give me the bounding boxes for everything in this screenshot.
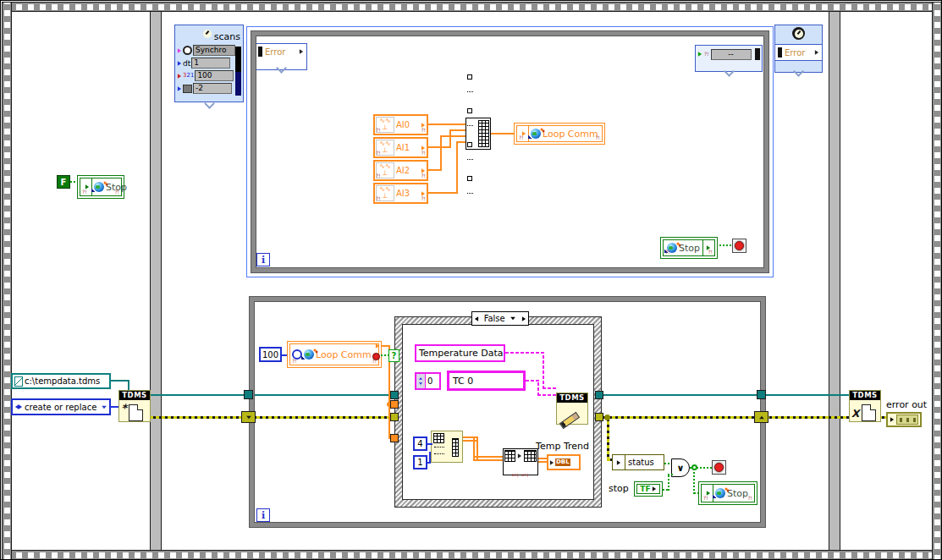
tdms-close-node[interactable]: TDMS bbox=[849, 390, 881, 422]
merge-signals-node[interactable] bbox=[465, 118, 491, 150]
stop-shared-variable-writer[interactable]: Stop ?! ?! bbox=[77, 175, 124, 199]
terminal-marks: ?! bbox=[82, 189, 87, 195]
case-tunnel-error-left[interactable] bbox=[390, 413, 399, 421]
next-case-icon[interactable] bbox=[522, 316, 526, 321]
dt-field[interactable]: 1 bbox=[191, 58, 230, 69]
trend-indicator-terminal[interactable]: DBL bbox=[547, 454, 581, 470]
wire-group-h2 bbox=[543, 387, 558, 389]
device-field[interactable]: -2 bbox=[193, 83, 232, 94]
tdms-open-header: TDMS bbox=[119, 391, 150, 400]
sequence-border-right bbox=[932, 2, 942, 560]
spinner-icon[interactable] bbox=[416, 374, 426, 388]
or-gate[interactable]: ∨ bbox=[671, 458, 690, 477]
channel-constant-ai3[interactable]: ?! ∿∿⊥ AI3 ?! bbox=[373, 183, 428, 204]
channel-index-constant[interactable]: 0 bbox=[415, 372, 441, 390]
error-cluster-chip bbox=[896, 415, 918, 425]
trend-indicator-label: Temp Trend bbox=[528, 441, 589, 452]
terminal-marks: ?! bbox=[747, 496, 752, 501]
case-selector-terminal[interactable]: ? bbox=[388, 349, 399, 362]
index-array-node[interactable] bbox=[503, 448, 538, 475]
device-arrow-icon bbox=[178, 86, 181, 91]
clock-error-node[interactable]: Error bbox=[774, 25, 823, 73]
sequence-frame-divider-1[interactable] bbox=[150, 12, 162, 550]
stop-shared-variable-reader-top[interactable]: Stop ?! ?! bbox=[660, 237, 718, 259]
expand-chevron-icon[interactable] bbox=[204, 98, 215, 109]
case-selector-label[interactable]: False bbox=[471, 311, 529, 326]
scan-count-field[interactable]: 100 bbox=[195, 70, 234, 81]
loop-comm-shared-variable-reader[interactable]: Loop Comm ?! ?! bbox=[287, 341, 382, 368]
timeout-display-node[interactable]: ?! -- bbox=[695, 45, 763, 72]
previous-case-icon[interactable] bbox=[475, 316, 478, 321]
channel-constant-ai2[interactable]: ?! ∿∿⊥ AI2 ?! bbox=[373, 160, 428, 181]
tdms-write-header: TDMS bbox=[557, 393, 587, 403]
channel-label: AI2 bbox=[396, 166, 419, 175]
case-tunnel-data-1[interactable] bbox=[390, 400, 399, 409]
file-path-constant[interactable]: c:\tempdata.tdms bbox=[11, 373, 111, 389]
error-out-indicator-terminal[interactable] bbox=[886, 412, 922, 427]
dynamic-data-arrow-icon bbox=[178, 48, 181, 53]
case-tunnel-error-right[interactable] bbox=[595, 413, 603, 421]
terminal-marks: ?! bbox=[376, 151, 381, 156]
timeout-constant[interactable]: 100 bbox=[259, 347, 282, 362]
terminal-marks: ?! bbox=[421, 173, 426, 178]
timing-icon bbox=[183, 46, 192, 55]
case-tunnel-data-2[interactable] bbox=[390, 434, 399, 442]
wire-group-v bbox=[543, 352, 544, 389]
dropdown-arrow-icon[interactable] bbox=[102, 405, 107, 409]
dbl-type-chip: DBL bbox=[555, 458, 570, 466]
group-name-constant[interactable]: Temperature Data bbox=[415, 344, 505, 362]
wire-ai1-h2 bbox=[449, 129, 465, 131]
stop-boolean-control-terminal[interactable]: TF bbox=[634, 481, 663, 497]
loop-condition-terminal-bottom[interactable] bbox=[712, 460, 726, 475]
dt-label: dt bbox=[183, 59, 190, 68]
wire-ai0 bbox=[428, 124, 465, 125]
channel-constant-ai1[interactable]: ?! ∿∿⊥ AI1 ?! bbox=[373, 137, 428, 158]
array-grid-icon bbox=[524, 450, 537, 462]
question-mark-icon: ? bbox=[392, 351, 397, 360]
channel-constant-ai0[interactable]: ?! ∿∿⊥ AI0 ?! bbox=[373, 114, 428, 135]
reshape-array-node[interactable] bbox=[431, 431, 463, 463]
wire-2d-h3 bbox=[538, 458, 547, 463]
case-dropdown-icon[interactable] bbox=[511, 317, 516, 321]
stop-sign-icon bbox=[714, 463, 724, 472]
expand-chevron-icon[interactable] bbox=[793, 66, 804, 77]
sync-field[interactable]: Synchro bbox=[193, 45, 235, 56]
terminal-marks: ?! bbox=[376, 173, 381, 178]
stop-shared-variable-writer-bottom[interactable]: Stop ?! ?! bbox=[698, 481, 757, 505]
status-unbundle-node[interactable]: status bbox=[612, 454, 664, 470]
unbundle-arrow-cell bbox=[613, 455, 625, 469]
timeout-value-field[interactable]: -- bbox=[711, 49, 752, 60]
tdms-open-node[interactable]: TDMS bbox=[118, 390, 151, 422]
shared-variable-globe-icon bbox=[531, 129, 541, 139]
shift-register-left[interactable] bbox=[241, 411, 256, 423]
case-tunnel-tdms-left[interactable] bbox=[390, 391, 399, 399]
trend-label-text: Temp Trend bbox=[536, 441, 589, 452]
clock-error-label: Error bbox=[785, 48, 812, 58]
iteration-terminal-bottom[interactable]: i bbox=[256, 508, 270, 522]
array-grid-icon bbox=[504, 450, 515, 462]
channel-name-constant[interactable]: TC 0 bbox=[447, 371, 526, 391]
dim-constant-2[interactable]: 1 bbox=[413, 455, 427, 469]
expand-chevron-icon[interactable] bbox=[724, 66, 735, 77]
dim-constant-1[interactable]: 4 bbox=[413, 436, 427, 451]
case-tunnel-tdms-right[interactable] bbox=[595, 391, 603, 399]
open-mode-dropdown[interactable]: create or replace bbox=[11, 398, 111, 415]
sequence-frame-divider-2[interactable] bbox=[829, 12, 840, 550]
scans-scrollbar[interactable] bbox=[235, 47, 241, 96]
loop-condition-terminal-top[interactable] bbox=[732, 239, 746, 253]
tunnel-tdms-right[interactable] bbox=[757, 390, 766, 399]
tdms-write-node[interactable]: TDMS bbox=[556, 393, 588, 425]
scans-config-node[interactable]: scans Synchro dt 1 100 -2 bbox=[174, 25, 244, 102]
shared-variable-globe-icon bbox=[715, 488, 725, 498]
false-constant[interactable]: F bbox=[57, 175, 70, 189]
wire-branch-down bbox=[693, 469, 695, 494]
terminal-marks: ?! bbox=[372, 359, 377, 364]
iteration-terminal-top[interactable]: i bbox=[256, 253, 270, 266]
iteration-label: i bbox=[262, 255, 265, 266]
channel-label: AI1 bbox=[396, 143, 419, 152]
wire-status-out bbox=[664, 463, 671, 464]
shift-register-right[interactable] bbox=[754, 411, 768, 423]
tunnel-tdms-left[interactable] bbox=[244, 390, 253, 399]
loop-comm-shared-variable-writer[interactable]: Loop Comm ?! ?! bbox=[514, 123, 605, 145]
terminal-marks: ?! bbox=[421, 128, 426, 133]
